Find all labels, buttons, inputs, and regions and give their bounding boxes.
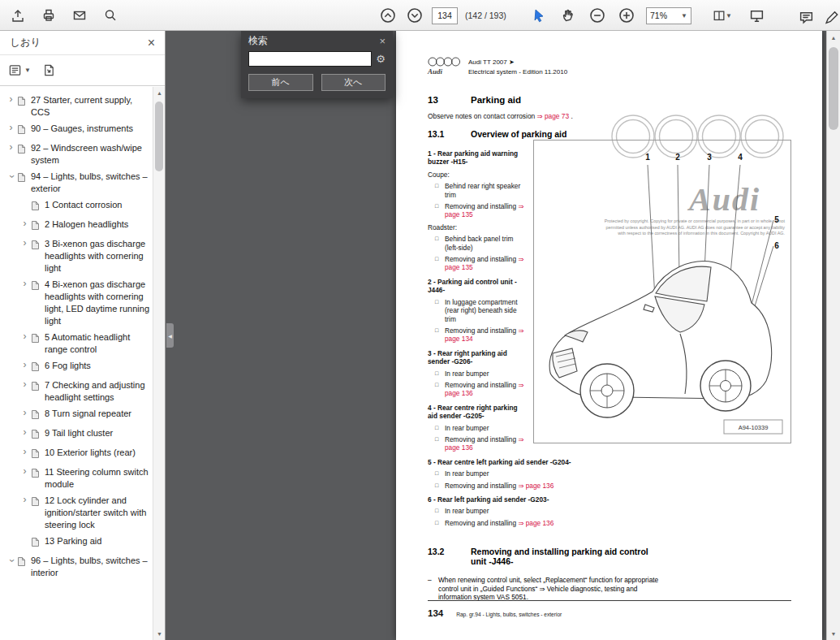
bookmark-item[interactable]: ›8 Turn signal repeater (0, 405, 151, 425)
bookmark-item[interactable]: ›27 Starter, current supply, CCS (0, 92, 151, 120)
search-dialog-titlebar[interactable]: 検索 × (241, 31, 393, 51)
bullet-text: In rear bumper (445, 370, 525, 378)
bookmark-item[interactable]: ›96 – Lights, bulbs, switches – interior (0, 552, 151, 581)
bookmark-item[interactable]: ›94 – Lights, bulbs, switches – exterior (0, 168, 151, 197)
bullet-square-icon: □ (435, 370, 445, 378)
expand-chevron-icon[interactable]: › (19, 218, 31, 229)
bookmark-label[interactable]: 11 Steering column switch module (45, 466, 149, 491)
expand-chevron-icon[interactable]: › (5, 123, 17, 133)
search-next-button[interactable]: 次へ (321, 74, 386, 91)
page-link[interactable]: ⇒ page 136 (518, 519, 554, 527)
bookmark-item[interactable]: ›3 Bi-xenon gas discharge headlights wit… (0, 236, 151, 276)
expand-chevron-icon[interactable]: › (5, 142, 17, 153)
bookmark-label[interactable]: 4 Bi-xenon gas discharge headlights with… (45, 279, 149, 327)
bookmark-item[interactable]: ›12 Lock cylinder and ignition/starter s… (0, 492, 151, 533)
bookmark-label[interactable]: 27 Starter, current supply, CCS (31, 94, 149, 119)
share-export-icon[interactable] (8, 5, 28, 26)
bookmark-item[interactable]: ›5 Automatic headlight range control (0, 329, 151, 357)
bookmark-label[interactable]: 3 Bi-xenon gas discharge headlights with… (45, 238, 149, 275)
page-link[interactable]: ⇒ page 135 (445, 202, 523, 218)
bookmark-label[interactable]: 2 Halogen headlights (45, 218, 149, 231)
fullscreen-presentation-icon[interactable] (747, 5, 766, 26)
bookmark-label[interactable]: 12 Lock cylinder and ignition/starter sw… (45, 495, 149, 531)
bookmark-label[interactable]: 6 Fog lights (45, 360, 149, 372)
zoom-out-icon[interactable] (588, 5, 607, 26)
bookmark-label[interactable]: 92 – Windscreen wash/wipe system (31, 142, 149, 166)
bookmark-item[interactable]: 1 Contact corrosion (0, 197, 151, 216)
expand-chevron-icon[interactable]: › (19, 466, 31, 477)
search-input[interactable] (248, 51, 372, 67)
bookmark-label[interactable]: 90 – Gauges, instruments (31, 123, 149, 135)
bookmark-label[interactable]: 8 Turn signal repeater (45, 408, 149, 420)
bookmark-item[interactable]: ›90 – Gauges, instruments (0, 120, 151, 140)
search-previous-button[interactable]: 前へ (248, 74, 313, 91)
expand-chevron-icon[interactable]: › (19, 360, 31, 370)
page-link[interactable]: ⇒ page 136 (445, 435, 523, 452)
bookmark-options-button[interactable]: ▼ (8, 63, 31, 77)
hand-tool-icon[interactable] (558, 5, 578, 26)
sidebar-scrollbar[interactable]: ▲ ▼ (153, 87, 165, 640)
select-tool-icon[interactable] (529, 5, 549, 26)
bookmark-item[interactable]: ›92 – Windscreen wash/wipe system (0, 140, 151, 168)
bookmark-item[interactable]: ›2 Halogen headlights (0, 216, 151, 236)
expand-chevron-icon[interactable]: › (19, 447, 31, 457)
subsection-heading-2: 13.2 Removing and installing parking aid… (428, 547, 791, 566)
bookmark-item[interactable]: ›6 Fog lights (0, 357, 151, 377)
page-link[interactable]: ⇒ page 136 (518, 482, 554, 490)
page-link[interactable]: ⇒ page 136 (445, 381, 523, 397)
expand-chevron-icon[interactable]: › (19, 408, 31, 418)
parking-aid-item-list: 1 2 3 4 5 6 A94-10339 1 - Rear parking a… (428, 149, 791, 527)
expand-chevron-icon[interactable]: › (19, 379, 31, 390)
previous-page-icon[interactable] (378, 5, 398, 26)
expand-chevron-icon[interactable]: › (19, 279, 31, 289)
pen-tool-icon[interactable] (823, 6, 840, 28)
zoom-in-icon[interactable] (617, 5, 636, 26)
expand-chevron-icon[interactable]: › (19, 427, 31, 438)
collapse-chevron-icon[interactable]: › (6, 554, 17, 566)
bookmark-item[interactable]: ›10 Exterior lights (rear) (0, 444, 151, 464)
bookmark-item[interactable]: ›7 Checking and adjusting headlight sett… (0, 377, 151, 405)
bookmark-item[interactable]: ›4 Bi-xenon gas discharge headlights wit… (0, 276, 151, 329)
email-icon[interactable] (70, 5, 89, 26)
search-zoom-tool-icon[interactable] (101, 5, 120, 26)
bookmark-label[interactable]: 5 Automatic headlight range control (45, 331, 149, 356)
bookmark-label[interactable]: 96 – Lights, bulbs, switches – interior (31, 555, 149, 579)
scroll-up-icon[interactable]: ▲ (153, 87, 166, 99)
sidebar-scrollbar-thumb[interactable] (155, 102, 163, 171)
page-link[interactable]: ⇒ page 73 (537, 112, 570, 120)
bullet-text: Behind rear right speaker trim (445, 182, 525, 199)
scroll-up-icon[interactable]: ▲ (827, 31, 840, 44)
bookmark-label[interactable]: 9 Tail light cluster (45, 427, 149, 439)
comment-icon[interactable] (796, 6, 816, 28)
close-icon[interactable]: × (379, 35, 386, 47)
expand-chevron-icon[interactable]: › (19, 495, 31, 505)
expand-chevron-icon[interactable]: › (5, 94, 17, 105)
next-page-icon[interactable] (405, 5, 424, 26)
collapse-sidebar-handle[interactable]: ◀ (166, 323, 174, 348)
collapse-chevron-icon[interactable]: › (6, 170, 17, 182)
close-panel-icon[interactable]: × (148, 37, 155, 50)
bookmark-label[interactable]: 13 Parking aid (45, 535, 149, 547)
main-scrollbar-thumb[interactable] (829, 47, 838, 130)
page-link[interactable]: ⇒ page 134 (445, 326, 523, 343)
expand-chevron-icon[interactable]: › (19, 238, 31, 249)
page-number-input[interactable] (432, 7, 458, 24)
bookmark-item[interactable]: ›11 Steering column switch module (0, 464, 151, 492)
locate-current-bookmark-button[interactable] (42, 63, 56, 77)
expand-chevron-icon[interactable]: › (19, 331, 31, 342)
bookmark-item[interactable]: 13 Parking aid (0, 533, 151, 552)
page-link[interactable]: ⇒ page 135 (445, 255, 523, 271)
zoom-level-select[interactable]: 71% ▼ (646, 7, 691, 24)
scroll-down-icon[interactable]: ▼ (827, 627, 840, 640)
bookmark-label[interactable]: 1 Contact corrosion (45, 199, 149, 211)
bookmark-item[interactable]: ›9 Tail light cluster (0, 425, 151, 444)
bookmark-label[interactable]: 94 – Lights, bulbs, switches – exterior (31, 171, 149, 195)
scroll-down-icon[interactable]: ▼ (153, 628, 166, 640)
gear-icon[interactable]: ⚙ (376, 54, 386, 64)
search-buttons-row: 前へ 次へ (241, 67, 393, 98)
main-scrollbar[interactable]: ▲ ▼ (826, 31, 840, 640)
print-icon[interactable] (39, 5, 58, 26)
bookmark-label[interactable]: 10 Exterior lights (rear) (45, 447, 149, 459)
bookmark-label[interactable]: 7 Checking and adjusting headlight setti… (45, 379, 149, 404)
page-layout-icon[interactable]: ▼ (713, 5, 732, 26)
